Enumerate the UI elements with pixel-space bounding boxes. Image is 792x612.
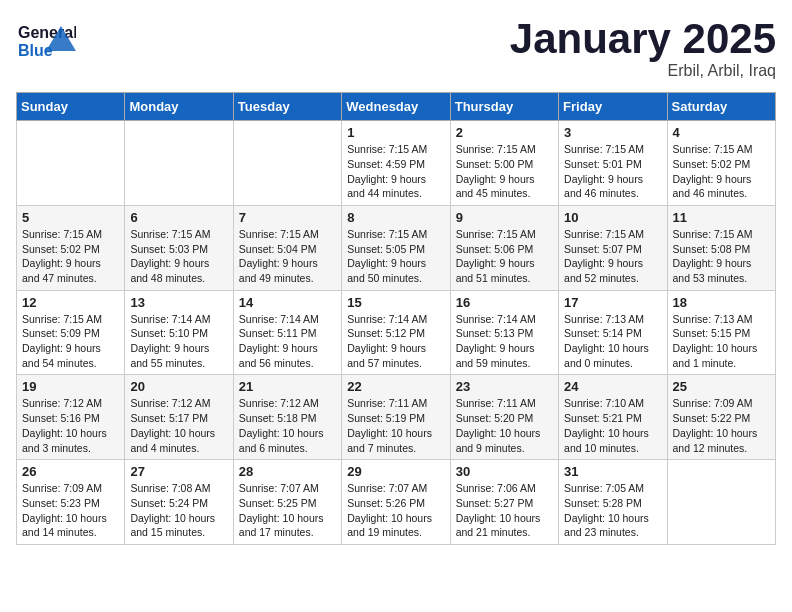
weekday-header: Monday xyxy=(125,93,233,121)
day-number: 1 xyxy=(347,125,444,140)
calendar-week-row: 19Sunrise: 7:12 AM Sunset: 5:16 PM Dayli… xyxy=(17,375,776,460)
weekday-header: Sunday xyxy=(17,93,125,121)
calendar-cell: 27Sunrise: 7:08 AM Sunset: 5:24 PM Dayli… xyxy=(125,460,233,545)
calendar-week-row: 26Sunrise: 7:09 AM Sunset: 5:23 PM Dayli… xyxy=(17,460,776,545)
day-number: 9 xyxy=(456,210,553,225)
day-info: Sunrise: 7:15 AM Sunset: 5:09 PM Dayligh… xyxy=(22,312,119,371)
day-number: 18 xyxy=(673,295,770,310)
calendar-cell: 12Sunrise: 7:15 AM Sunset: 5:09 PM Dayli… xyxy=(17,290,125,375)
day-info: Sunrise: 7:12 AM Sunset: 5:16 PM Dayligh… xyxy=(22,396,119,455)
calendar-cell: 4Sunrise: 7:15 AM Sunset: 5:02 PM Daylig… xyxy=(667,121,775,206)
weekday-header: Friday xyxy=(559,93,667,121)
day-info: Sunrise: 7:10 AM Sunset: 5:21 PM Dayligh… xyxy=(564,396,661,455)
calendar-cell: 8Sunrise: 7:15 AM Sunset: 5:05 PM Daylig… xyxy=(342,205,450,290)
day-info: Sunrise: 7:14 AM Sunset: 5:11 PM Dayligh… xyxy=(239,312,336,371)
day-number: 28 xyxy=(239,464,336,479)
calendar-cell: 13Sunrise: 7:14 AM Sunset: 5:10 PM Dayli… xyxy=(125,290,233,375)
day-info: Sunrise: 7:14 AM Sunset: 5:13 PM Dayligh… xyxy=(456,312,553,371)
calendar-cell: 6Sunrise: 7:15 AM Sunset: 5:03 PM Daylig… xyxy=(125,205,233,290)
calendar-cell: 7Sunrise: 7:15 AM Sunset: 5:04 PM Daylig… xyxy=(233,205,341,290)
location-subtitle: Erbil, Arbil, Iraq xyxy=(510,62,776,80)
calendar-cell: 16Sunrise: 7:14 AM Sunset: 5:13 PM Dayli… xyxy=(450,290,558,375)
calendar-cell xyxy=(125,121,233,206)
calendar-table: SundayMondayTuesdayWednesdayThursdayFrid… xyxy=(16,92,776,545)
day-info: Sunrise: 7:15 AM Sunset: 5:05 PM Dayligh… xyxy=(347,227,444,286)
calendar-cell: 29Sunrise: 7:07 AM Sunset: 5:26 PM Dayli… xyxy=(342,460,450,545)
day-number: 13 xyxy=(130,295,227,310)
day-number: 31 xyxy=(564,464,661,479)
day-info: Sunrise: 7:14 AM Sunset: 5:12 PM Dayligh… xyxy=(347,312,444,371)
calendar-cell: 23Sunrise: 7:11 AM Sunset: 5:20 PM Dayli… xyxy=(450,375,558,460)
calendar-cell: 28Sunrise: 7:07 AM Sunset: 5:25 PM Dayli… xyxy=(233,460,341,545)
calendar-week-row: 1Sunrise: 7:15 AM Sunset: 4:59 PM Daylig… xyxy=(17,121,776,206)
title-block: January 2025 Erbil, Arbil, Iraq xyxy=(510,16,776,80)
day-number: 8 xyxy=(347,210,444,225)
calendar-cell: 22Sunrise: 7:11 AM Sunset: 5:19 PM Dayli… xyxy=(342,375,450,460)
calendar-cell: 2Sunrise: 7:15 AM Sunset: 5:00 PM Daylig… xyxy=(450,121,558,206)
page-header: General Blue January 2025 Erbil, Arbil, … xyxy=(16,16,776,80)
day-info: Sunrise: 7:12 AM Sunset: 5:17 PM Dayligh… xyxy=(130,396,227,455)
day-info: Sunrise: 7:15 AM Sunset: 5:03 PM Dayligh… xyxy=(130,227,227,286)
day-info: Sunrise: 7:09 AM Sunset: 5:23 PM Dayligh… xyxy=(22,481,119,540)
weekday-header: Thursday xyxy=(450,93,558,121)
day-number: 25 xyxy=(673,379,770,394)
calendar-cell: 25Sunrise: 7:09 AM Sunset: 5:22 PM Dayli… xyxy=(667,375,775,460)
day-number: 26 xyxy=(22,464,119,479)
calendar-cell: 19Sunrise: 7:12 AM Sunset: 5:16 PM Dayli… xyxy=(17,375,125,460)
day-number: 24 xyxy=(564,379,661,394)
day-number: 17 xyxy=(564,295,661,310)
day-info: Sunrise: 7:14 AM Sunset: 5:10 PM Dayligh… xyxy=(130,312,227,371)
day-info: Sunrise: 7:13 AM Sunset: 5:15 PM Dayligh… xyxy=(673,312,770,371)
day-info: Sunrise: 7:11 AM Sunset: 5:19 PM Dayligh… xyxy=(347,396,444,455)
day-number: 7 xyxy=(239,210,336,225)
day-info: Sunrise: 7:15 AM Sunset: 5:00 PM Dayligh… xyxy=(456,142,553,201)
day-number: 10 xyxy=(564,210,661,225)
day-number: 21 xyxy=(239,379,336,394)
day-info: Sunrise: 7:09 AM Sunset: 5:22 PM Dayligh… xyxy=(673,396,770,455)
calendar-cell: 31Sunrise: 7:05 AM Sunset: 5:28 PM Dayli… xyxy=(559,460,667,545)
day-number: 30 xyxy=(456,464,553,479)
calendar-week-row: 12Sunrise: 7:15 AM Sunset: 5:09 PM Dayli… xyxy=(17,290,776,375)
month-title: January 2025 xyxy=(510,16,776,62)
day-number: 16 xyxy=(456,295,553,310)
day-info: Sunrise: 7:13 AM Sunset: 5:14 PM Dayligh… xyxy=(564,312,661,371)
day-info: Sunrise: 7:15 AM Sunset: 5:01 PM Dayligh… xyxy=(564,142,661,201)
calendar-cell: 11Sunrise: 7:15 AM Sunset: 5:08 PM Dayli… xyxy=(667,205,775,290)
day-number: 6 xyxy=(130,210,227,225)
day-info: Sunrise: 7:15 AM Sunset: 5:07 PM Dayligh… xyxy=(564,227,661,286)
calendar-cell: 20Sunrise: 7:12 AM Sunset: 5:17 PM Dayli… xyxy=(125,375,233,460)
day-number: 27 xyxy=(130,464,227,479)
calendar-cell xyxy=(17,121,125,206)
calendar-cell: 9Sunrise: 7:15 AM Sunset: 5:06 PM Daylig… xyxy=(450,205,558,290)
calendar-cell: 26Sunrise: 7:09 AM Sunset: 5:23 PM Dayli… xyxy=(17,460,125,545)
weekday-header-row: SundayMondayTuesdayWednesdayThursdayFrid… xyxy=(17,93,776,121)
logo: General Blue xyxy=(16,16,76,71)
day-number: 2 xyxy=(456,125,553,140)
day-number: 11 xyxy=(673,210,770,225)
calendar-cell: 21Sunrise: 7:12 AM Sunset: 5:18 PM Dayli… xyxy=(233,375,341,460)
day-info: Sunrise: 7:15 AM Sunset: 5:06 PM Dayligh… xyxy=(456,227,553,286)
day-info: Sunrise: 7:06 AM Sunset: 5:27 PM Dayligh… xyxy=(456,481,553,540)
day-info: Sunrise: 7:15 AM Sunset: 4:59 PM Dayligh… xyxy=(347,142,444,201)
day-number: 22 xyxy=(347,379,444,394)
logo-icon: General Blue xyxy=(16,16,76,71)
day-info: Sunrise: 7:05 AM Sunset: 5:28 PM Dayligh… xyxy=(564,481,661,540)
calendar-cell: 5Sunrise: 7:15 AM Sunset: 5:02 PM Daylig… xyxy=(17,205,125,290)
calendar-week-row: 5Sunrise: 7:15 AM Sunset: 5:02 PM Daylig… xyxy=(17,205,776,290)
calendar-cell: 14Sunrise: 7:14 AM Sunset: 5:11 PM Dayli… xyxy=(233,290,341,375)
day-number: 19 xyxy=(22,379,119,394)
calendar-cell: 30Sunrise: 7:06 AM Sunset: 5:27 PM Dayli… xyxy=(450,460,558,545)
day-info: Sunrise: 7:15 AM Sunset: 5:02 PM Dayligh… xyxy=(673,142,770,201)
day-number: 12 xyxy=(22,295,119,310)
calendar-cell: 15Sunrise: 7:14 AM Sunset: 5:12 PM Dayli… xyxy=(342,290,450,375)
day-number: 15 xyxy=(347,295,444,310)
calendar-cell: 18Sunrise: 7:13 AM Sunset: 5:15 PM Dayli… xyxy=(667,290,775,375)
weekday-header: Tuesday xyxy=(233,93,341,121)
day-number: 20 xyxy=(130,379,227,394)
calendar-cell: 10Sunrise: 7:15 AM Sunset: 5:07 PM Dayli… xyxy=(559,205,667,290)
calendar-cell: 24Sunrise: 7:10 AM Sunset: 5:21 PM Dayli… xyxy=(559,375,667,460)
day-info: Sunrise: 7:15 AM Sunset: 5:02 PM Dayligh… xyxy=(22,227,119,286)
day-info: Sunrise: 7:08 AM Sunset: 5:24 PM Dayligh… xyxy=(130,481,227,540)
day-number: 29 xyxy=(347,464,444,479)
calendar-cell: 1Sunrise: 7:15 AM Sunset: 4:59 PM Daylig… xyxy=(342,121,450,206)
